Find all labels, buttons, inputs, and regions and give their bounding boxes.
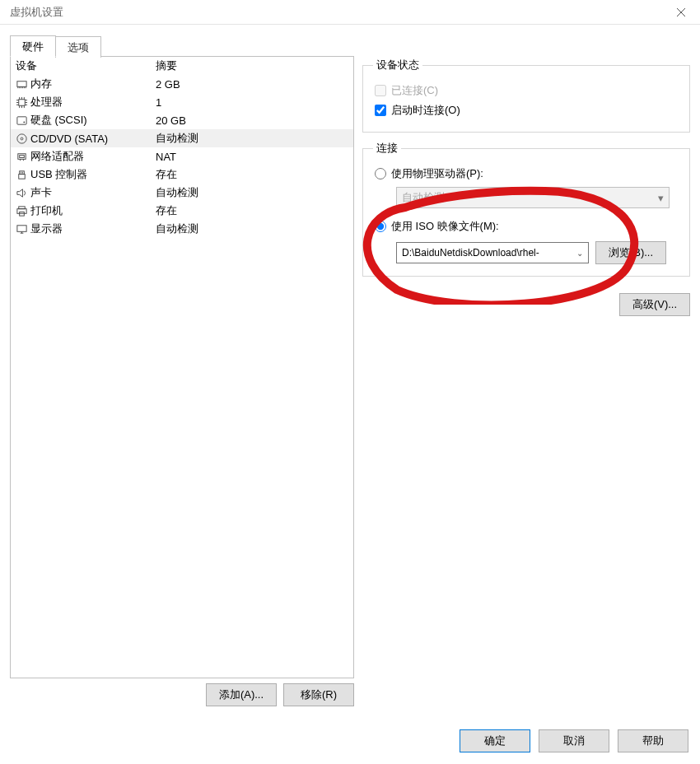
hw-label: 声卡	[29, 185, 152, 200]
connection-legend: 连接	[373, 141, 401, 156]
network-icon	[14, 150, 29, 163]
use-physical-row: 使用物理驱动器(P):	[373, 164, 679, 184]
device-status-group: 设备状态 已连接(C) 启动时连接(O)	[362, 58, 690, 133]
browse-button[interactable]: 浏览(B)...	[595, 241, 666, 264]
hw-label: 处理器	[29, 95, 152, 109]
svg-rect-31	[18, 174, 25, 179]
hardware-list: 设备 摘要 内存 2 GB 处理器 1 硬盘 (SCSI) 20 GB CD/D…	[10, 56, 354, 678]
hw-summary: 存在	[152, 203, 353, 218]
help-button[interactable]: 帮助	[618, 729, 688, 752]
use-physical-label: 使用物理驱动器(P):	[391, 166, 483, 181]
connect-at-poweron-row: 启动时连接(O)	[373, 100, 679, 120]
close-icon	[676, 7, 686, 17]
printer-icon	[14, 204, 29, 217]
svg-rect-27	[19, 155, 24, 157]
hw-summary: 自动检测	[152, 185, 353, 200]
hw-label: 网络适配器	[29, 149, 152, 164]
titlebar: 虚拟机设置	[0, 0, 700, 25]
svg-rect-22	[16, 116, 26, 123]
svg-point-24	[16, 133, 26, 142]
connected-row: 已连接(C)	[373, 81, 679, 100]
cpu-icon	[14, 96, 29, 109]
hw-row-disk[interactable]: 硬盘 (SCSI) 20 GB	[11, 111, 353, 129]
hw-row-usb[interactable]: USB 控制器 存在	[11, 165, 353, 184]
device-status-legend: 设备状态	[373, 58, 422, 72]
connected-checkbox	[375, 85, 386, 96]
header-device: 设备	[11, 58, 152, 73]
list-header: 设备 摘要	[11, 57, 353, 75]
remove-button[interactable]: 移除(R)	[283, 683, 354, 706]
dialog-buttons: 确定 取消 帮助	[460, 729, 688, 752]
hw-summary: 2 GB	[152, 78, 353, 91]
hw-label: 内存	[29, 77, 152, 91]
content: 硬件 选项 设备 摘要 内存 2 GB 处理器 1 硬盘 (SCSI) 20 G…	[0, 25, 700, 724]
cancel-button[interactable]: 取消	[539, 729, 609, 752]
iso-path-row: D:\BaiduNetdiskDownload\rhel- ⌄ 浏览(B)...	[396, 241, 679, 264]
hw-row-cddvd[interactable]: CD/DVD (SATA) 自动检测	[11, 129, 353, 147]
memory-icon	[14, 77, 29, 91]
right-pane: 设备状态 已连接(C) 启动时连接(O) 连接 使用物理驱动器(P): 自动检测…	[362, 35, 690, 724]
window-title: 虚拟机设置	[10, 5, 63, 20]
svg-rect-30	[19, 170, 24, 174]
hw-label: 打印机	[29, 203, 152, 218]
hw-row-network[interactable]: 网络适配器 NAT	[11, 147, 353, 165]
hw-label: 显示器	[29, 221, 152, 236]
hw-row-cpu[interactable]: 处理器 1	[11, 93, 353, 111]
physical-drive-select: 自动检测 ▾	[396, 187, 670, 208]
hw-row-printer[interactable]: 打印机 存在	[11, 202, 353, 220]
use-iso-radio[interactable]	[375, 221, 386, 232]
left-buttons: 添加(A)... 移除(R)	[10, 683, 354, 706]
physical-drive-value: 自动检测	[402, 190, 445, 205]
tab-hardware[interactable]: 硬件	[10, 35, 56, 57]
usb-icon	[14, 168, 29, 181]
hw-label: 硬盘 (SCSI)	[29, 113, 152, 128]
iso-path-value: D:\BaiduNetdiskDownload\rhel-	[402, 247, 539, 259]
hw-label: USB 控制器	[29, 167, 152, 182]
disk-icon	[14, 114, 29, 127]
svg-rect-38	[16, 225, 26, 231]
cd-icon	[14, 132, 29, 145]
use-physical-radio[interactable]	[375, 168, 386, 179]
chevron-down-icon: ▾	[658, 192, 664, 204]
connect-at-poweron-checkbox[interactable]	[375, 105, 386, 116]
use-iso-label: 使用 ISO 映像文件(M):	[391, 219, 499, 234]
hw-label: CD/DVD (SATA)	[29, 133, 152, 145]
sound-icon	[14, 186, 29, 199]
hw-row-display[interactable]: 显示器 自动检测	[11, 220, 353, 238]
add-button[interactable]: 添加(A)...	[206, 683, 277, 706]
hw-summary: 自动检测	[152, 131, 353, 146]
svg-point-23	[23, 121, 25, 123]
advanced-row: 高级(V)...	[362, 293, 690, 316]
tab-options[interactable]: 选项	[55, 36, 101, 58]
svg-rect-2	[16, 81, 26, 86]
display-icon	[14, 222, 29, 235]
hw-summary: 自动检测	[152, 221, 353, 236]
tabs: 硬件 选项	[10, 35, 354, 56]
left-pane: 硬件 选项 设备 摘要 内存 2 GB 处理器 1 硬盘 (SCSI) 20 G…	[10, 35, 354, 724]
advanced-button[interactable]: 高级(V)...	[619, 293, 690, 316]
use-iso-row: 使用 ISO 映像文件(M):	[373, 217, 679, 236]
svg-rect-36	[16, 208, 26, 213]
connect-at-poweron-label: 启动时连接(O)	[391, 103, 460, 118]
connection-group: 连接 使用物理驱动器(P): 自动检测 ▾ 使用 ISO 映像文件(M): D:…	[362, 141, 690, 277]
close-button[interactable]	[662, 0, 700, 25]
header-summary: 摘要	[152, 58, 353, 73]
hw-row-sound[interactable]: 声卡 自动检测	[11, 184, 353, 202]
iso-path-combo[interactable]: D:\BaiduNetdiskDownload\rhel- ⌄	[396, 242, 589, 263]
hw-row-memory[interactable]: 内存 2 GB	[11, 75, 353, 93]
hw-summary: 20 GB	[152, 114, 353, 127]
ok-button[interactable]: 确定	[460, 729, 530, 752]
hw-summary: NAT	[152, 151, 353, 163]
svg-marker-34	[16, 189, 22, 196]
hw-summary: 存在	[152, 167, 353, 182]
svg-rect-9	[18, 99, 25, 105]
hw-summary: 1	[152, 96, 353, 109]
connected-label: 已连接(C)	[391, 83, 438, 98]
chevron-down-icon: ⌄	[576, 249, 583, 258]
svg-point-25	[21, 137, 23, 140]
